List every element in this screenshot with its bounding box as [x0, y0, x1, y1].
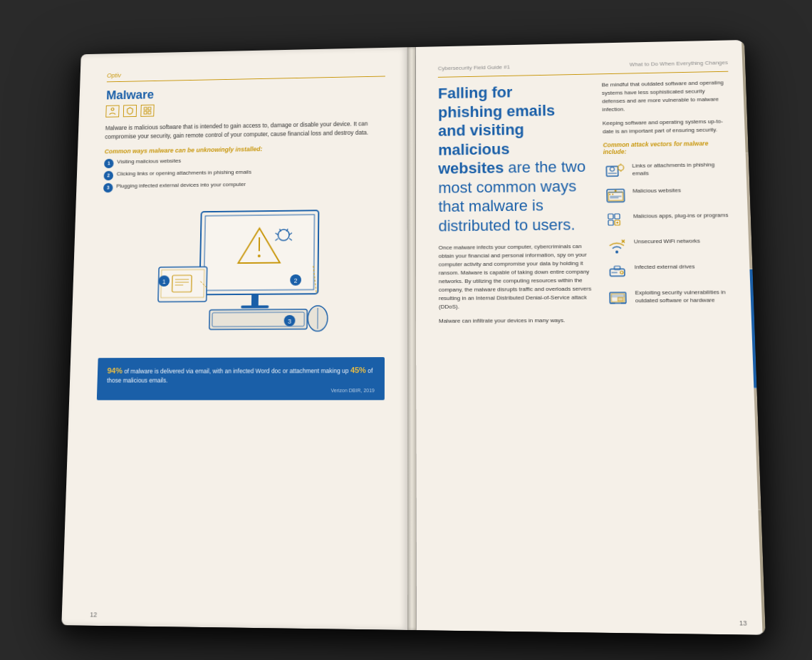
right-page: Cybersecurity Field Guide #1 What to Do … [416, 40, 766, 635]
left-page-number: 12 [90, 611, 97, 618]
svg-rect-68 [618, 297, 623, 301]
book-spine [407, 47, 416, 630]
side-body-2: Keeping software and operating systems u… [603, 118, 731, 136]
attack-heading: Common attack vectors for malware includ… [603, 140, 731, 155]
attack-item-drive: Infected external drives [605, 261, 736, 282]
malware-intro: Malware is malicious software that is in… [105, 119, 385, 141]
phishing-icon [603, 160, 627, 180]
tab-looking-forward[interactable]: LOOKING FORWARD [758, 510, 766, 635]
right-content: Falling for phishing emails and visiting… [438, 78, 737, 331]
list-item-2: 2 Clicking links or opening attachments … [104, 167, 385, 180]
main-body-text-2: Malware can infiltrate your devices in m… [439, 316, 595, 326]
attack-item-phishing: Links or attachments in phishing emails [603, 159, 732, 180]
attack-text-exploit: Exploiting security vulnerabilities in o… [635, 287, 736, 304]
svg-point-41 [610, 167, 614, 171]
wifi-icon [605, 237, 628, 257]
person-icon [105, 105, 119, 118]
guide-title: Cybersecurity Field Guide #1 [438, 64, 510, 72]
svg-text:3: 3 [288, 317, 291, 324]
svg-text:2: 2 [294, 277, 298, 284]
left-page: Optiv Malware Malware is malicious softw… [61, 47, 407, 630]
grid-icon [140, 105, 154, 117]
svg-rect-7 [251, 294, 259, 306]
common-ways-heading: Common ways malware can be unknowingly i… [105, 143, 385, 155]
side-column: Be mindful that outdated software and op… [602, 78, 737, 330]
attack-text-phishing: Links or attachments in phishing emails [632, 159, 732, 177]
website-icon [604, 186, 628, 206]
attack-text-wifi: Unsecured WiFi networks [634, 236, 700, 246]
computer-illustration: 1 2 3 [98, 195, 385, 351]
svg-point-38 [618, 165, 623, 170]
svg-text:1: 1 [162, 278, 166, 285]
tab-prevention[interactable]: PREVENTION [754, 388, 766, 510]
svg-rect-1 [144, 108, 147, 110]
side-body-1: Be mindful that outdated software and op… [602, 78, 730, 114]
tab-how-to-use[interactable]: HOW TO USE THIS GUIDE [741, 40, 766, 153]
big-quote: Falling for phishing emails and visiting… [438, 81, 593, 235]
apps-icon [604, 211, 628, 231]
attack-item-exploit: Exploiting security vulnerabilities in o… [606, 287, 736, 307]
svg-point-45 [614, 190, 616, 192]
stat2-pct: 45% [350, 366, 366, 374]
book-open: Optiv Malware Malware is malicious softw… [61, 40, 766, 635]
book-wrapper: Optiv Malware Malware is malicious softw… [64, 38, 748, 622]
svg-point-57 [615, 251, 618, 254]
attack-text-website: Malicious websites [633, 185, 681, 195]
section-title: Malware [106, 83, 385, 103]
svg-point-47 [609, 194, 610, 195]
stat1-pct: 94% [107, 366, 123, 374]
svg-point-61 [620, 271, 623, 274]
icon-row [105, 100, 385, 118]
list-item-3: 3 Plugging infected external devices int… [103, 179, 385, 192]
right-page-number: 13 [739, 619, 747, 627]
stats-box: 94% of malware is delivered via email, w… [97, 357, 385, 401]
attack-text-drive: Infected external drives [635, 262, 695, 272]
svg-point-48 [612, 194, 613, 195]
svg-rect-4 [148, 111, 151, 114]
verizon-reference: Verizon DBIR, 2019 [107, 388, 375, 393]
exploit-icon [606, 287, 630, 307]
svg-rect-3 [144, 111, 147, 114]
attack-text-apps: Malicious apps, plug-ins or programs [633, 210, 729, 220]
tab-identifying[interactable]: IDENTIFYING THREATS [749, 269, 765, 388]
svg-rect-51 [608, 214, 613, 219]
shield-icon [123, 105, 137, 117]
attack-item-wifi: Unsecured WiFi networks [605, 235, 734, 257]
svg-rect-8 [241, 305, 269, 308]
tab-assessing[interactable]: ASSESSING THE SITUATION [746, 153, 766, 269]
list-item-1: 1 Visiting malicious websites [104, 154, 385, 167]
side-tabs: HOW TO USE THIS GUIDE ASSESSING THE SITU… [741, 40, 766, 635]
guide-subtitle: What to Do When Everything Changes [630, 59, 728, 67]
svg-point-0 [111, 108, 114, 110]
attack-item-apps: Malicious apps, plug-ins or programs [604, 210, 734, 231]
attack-item-website: Malicious websites [604, 185, 733, 206]
main-column: Falling for phishing emails and visiting… [438, 81, 595, 331]
svg-rect-53 [608, 220, 613, 225]
svg-rect-52 [615, 214, 620, 219]
main-body-text: Once malware infects your computer, cybe… [439, 242, 595, 311]
svg-rect-2 [148, 107, 151, 110]
book-container: Optiv Malware Malware is malicious softw… [64, 38, 748, 622]
drive-icon [605, 262, 629, 282]
stats-text: 94% of malware is delivered via email, w… [107, 364, 375, 386]
